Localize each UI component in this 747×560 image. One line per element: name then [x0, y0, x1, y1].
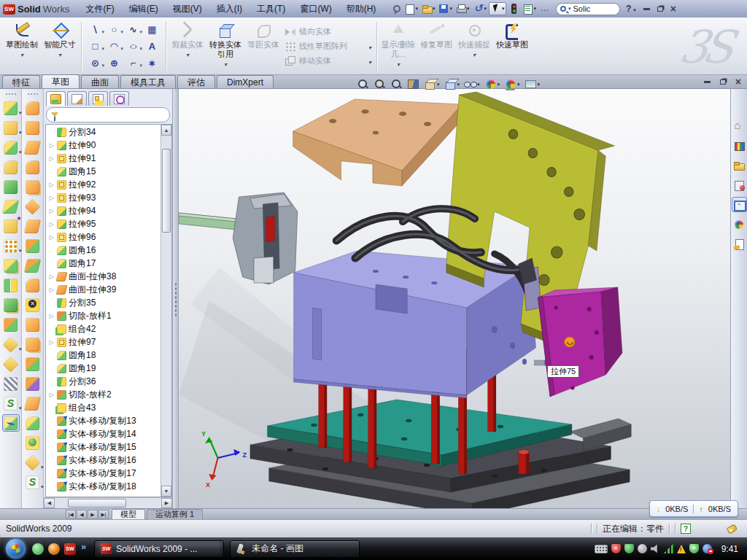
tree-item[interactable]: 圆角15: [46, 165, 160, 178]
display-delete-relations-button[interactable]: 显示/删除几...: [379, 20, 417, 73]
tree-item[interactable]: 组合42: [46, 322, 160, 335]
command-tab[interactable]: 特征: [2, 75, 40, 88]
command-tab[interactable]: 曲面: [81, 75, 119, 88]
menu-item[interactable]: 文件(F): [78, 0, 121, 18]
linear-sketch-pattern-button[interactable]: 线性草图阵列: [285, 40, 371, 52]
scrollbar-thumb[interactable]: [162, 149, 171, 233]
graphics-viewport[interactable]: Y Z X 拉伸75: [179, 89, 747, 508]
mirror-entities-button[interactable]: 镜向实体: [285, 26, 371, 38]
expander-icon[interactable]: [48, 287, 55, 293]
expander-icon[interactable]: [48, 195, 55, 201]
scroll-left-icon[interactable]: ◀: [44, 498, 55, 508]
doc-restore-icon[interactable]: [720, 79, 726, 85]
menu-item[interactable]: 编辑(E): [122, 0, 166, 18]
expander-icon[interactable]: [48, 155, 55, 162]
tree-item[interactable]: 分割36: [46, 375, 160, 388]
tree-item[interactable]: 分割35: [46, 296, 160, 309]
model-tab[interactable]: 运动算例 1: [147, 509, 203, 519]
tree-item[interactable]: 拉伸90: [46, 139, 160, 152]
expander-icon[interactable]: [48, 234, 55, 241]
doc-minimize-icon[interactable]: [704, 81, 711, 83]
volume-icon[interactable]: [651, 544, 660, 553]
quick-tips-icon[interactable]: ?: [681, 524, 691, 534]
tree-item[interactable]: 实体-移动/复制13: [46, 414, 160, 427]
expander-icon[interactable]: [48, 392, 55, 398]
trim-entities-button[interactable]: 剪裁实体: [169, 20, 206, 73]
tree-item[interactable]: 圆角17: [46, 257, 160, 270]
taskbar-button[interactable]: 未命名 - 画图: [230, 540, 360, 558]
scroll-down-icon[interactable]: ▼: [161, 486, 171, 497]
tree-item[interactable]: 拉伸96: [46, 230, 160, 244]
first-tab-icon[interactable]: [66, 510, 76, 519]
tree-item[interactable]: 实体-移动/复制14: [46, 427, 160, 440]
network-icon[interactable]: [664, 544, 673, 553]
sketch-fillet-icon[interactable]: ⌐: [124, 55, 142, 71]
panel-splitter[interactable]: [173, 89, 179, 508]
expander-icon[interactable]: [48, 221, 55, 228]
command-tab[interactable]: 评估: [177, 75, 215, 88]
security-ball-icon[interactable]: [48, 543, 60, 555]
menu-item[interactable]: 插入(I): [209, 0, 249, 18]
tree-item[interactable]: 拉伸95: [46, 217, 160, 230]
tree-item[interactable]: 拉伸97: [46, 335, 160, 349]
last-tab-icon[interactable]: [98, 510, 109, 519]
tree-filter-input[interactable]: [46, 107, 170, 122]
restore-icon[interactable]: [657, 7, 663, 12]
search-input[interactable]: ▾ Solic: [556, 3, 620, 15]
tree-item[interactable]: 拉伸92: [46, 178, 160, 191]
tree-item[interactable]: 拉伸94: [46, 204, 160, 217]
tree-item[interactable]: 实体-移动/复制18: [46, 480, 160, 493]
menu-item[interactable]: 工具(T): [249, 0, 293, 18]
tree-item[interactable]: 切除-放样2: [46, 388, 160, 401]
expander-icon[interactable]: [48, 142, 55, 149]
tree-item[interactable]: 曲面-拉伸38: [46, 270, 160, 283]
expander-icon[interactable]: [48, 313, 55, 319]
move-entities-button[interactable]: 移动实体: [285, 55, 371, 67]
tree-item[interactable]: 拉伸91: [46, 152, 160, 165]
antivirus-icon[interactable]: [624, 544, 634, 553]
tree-item[interactable]: 分割34: [46, 125, 160, 139]
update-icon[interactable]: [638, 544, 647, 553]
security-alert-icon[interactable]: [611, 544, 621, 553]
repair-sketch-button[interactable]: 修复草图: [417, 20, 455, 73]
menu-item[interactable]: 窗口(W): [293, 0, 338, 18]
expander-icon[interactable]: [48, 182, 55, 188]
menu-item[interactable]: 帮助(H): [339, 0, 384, 18]
tags-icon[interactable]: [727, 524, 738, 534]
close-icon[interactable]: ×: [670, 5, 676, 12]
polygon-icon[interactable]: ⊕: [105, 55, 123, 71]
scrollbar-thumb[interactable]: [68, 499, 126, 508]
defender-icon[interactable]: [689, 544, 699, 553]
messenger-icon[interactable]: [32, 543, 44, 555]
input-method-icon[interactable]: [595, 545, 608, 553]
menu-item[interactable]: 视图(V): [166, 0, 209, 18]
tree-item[interactable]: 圆角16: [46, 244, 160, 257]
tree-item[interactable]: 圆角19: [46, 362, 160, 375]
model-tab[interactable]: 模型: [112, 509, 145, 519]
convert-entities-button[interactable]: 转换实体引用: [206, 20, 244, 73]
scroll-right-icon[interactable]: ▶: [161, 498, 172, 508]
doc-close-icon[interactable]: ×: [735, 78, 741, 85]
command-tab[interactable]: DimXpert: [217, 75, 274, 88]
quick-launch-overflow-icon[interactable]: »: [81, 541, 86, 552]
expander-icon[interactable]: [48, 273, 55, 280]
help-button[interactable]: ?: [624, 4, 638, 14]
command-tab[interactable]: 草图: [42, 74, 80, 88]
smart-dimension-button[interactable]: 智能尺寸: [41, 20, 79, 73]
minimize-icon[interactable]: [643, 8, 650, 10]
taskbar-button[interactable]: SW SolidWorks 2009 - ...: [94, 540, 224, 558]
tree-item[interactable]: 曲面-拉伸39: [46, 283, 160, 296]
search-dropdown-icon[interactable]: ▾: [568, 6, 571, 12]
taskbar-clock[interactable]: 9:41: [721, 544, 738, 554]
slot-icon[interactable]: ⊙: [86, 55, 104, 71]
solidworks-launcher-icon[interactable]: SW: [64, 543, 76, 555]
expander-icon[interactable]: [48, 339, 55, 346]
command-tab[interactable]: 模具工具: [120, 75, 176, 88]
sketch-text-icon[interactable]: A: [143, 38, 161, 55]
scroll-up-icon[interactable]: ▲: [161, 125, 171, 136]
ellipse-icon[interactable]: ○: [124, 38, 142, 55]
point-icon[interactable]: ∗: [143, 55, 161, 71]
tree-horizontal-scrollbar[interactable]: ◀ ▶: [44, 497, 172, 508]
prev-tab-icon[interactable]: [77, 510, 87, 519]
line-icon[interactable]: ∖: [86, 21, 104, 38]
